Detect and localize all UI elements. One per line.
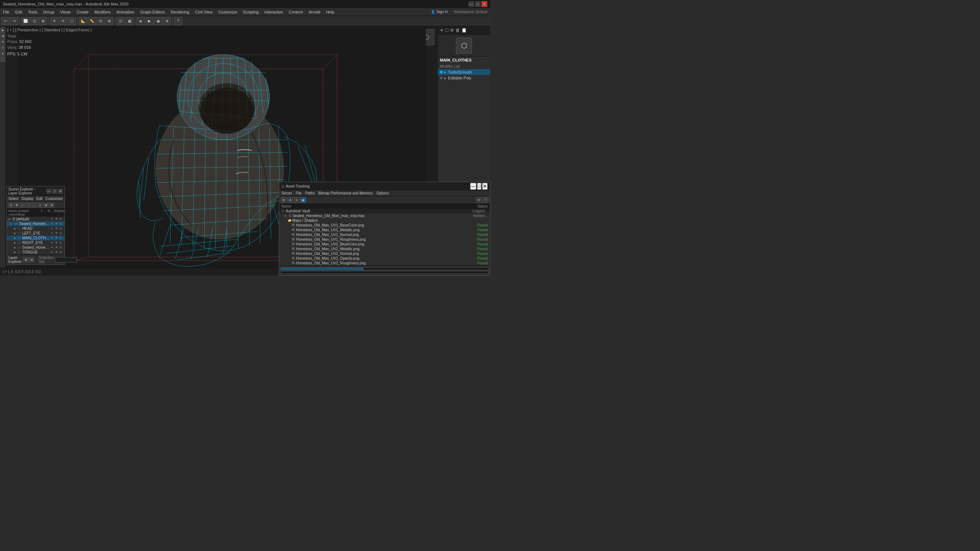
at-tb-3[interactable]: ≡ [294, 197, 299, 203]
layer-manager-button[interactable]: ⊡ [117, 17, 125, 25]
move-button[interactable]: ✛ [50, 17, 58, 25]
at-minimize-button[interactable]: — [470, 183, 476, 190]
se-row-main[interactable]: ▸ ⊡ Seated_Homeless_Old_Man ✦ 👁 ⊡ [7, 221, 65, 226]
select-window-button[interactable]: ⊞ [39, 17, 47, 25]
left-tool-2[interactable]: ◀ [0, 33, 5, 39]
se-minimize-button[interactable]: — [46, 189, 51, 194]
snap-angle-button[interactable]: 📏 [88, 17, 96, 25]
modifier-turbosmooth[interactable]: ▶ TurboSmooth [438, 69, 490, 75]
menu-customize[interactable]: Customize [215, 9, 240, 15]
menu-rendering[interactable]: Rendering [168, 9, 192, 15]
at-tb-refresh[interactable]: ⟳ [476, 197, 482, 203]
minimize-button[interactable]: — [468, 1, 474, 7]
modifier-list-label[interactable]: Modifier List [438, 64, 490, 69]
rp-icon-4[interactable]: 🗑 [455, 28, 460, 33]
left-tool-5[interactable]: ◈ [0, 51, 5, 56]
at-row-tex2[interactable]: 🖼 Homeless_Old_Man_UV1_Metallic.png Foun… [279, 228, 490, 232]
se-menu-select[interactable]: Select [8, 197, 19, 201]
at-menu-file[interactable]: File [296, 191, 301, 195]
redo-button[interactable]: ↪ [10, 17, 18, 25]
se-tb-grid[interactable]: ⊞ [43, 202, 48, 208]
at-row-tex9[interactable]: 🖼 Homeless_Old_Man_UV2_Roughness.png Fou… [279, 261, 490, 265]
rp-icon-2[interactable]: ⬡ [445, 28, 449, 33]
ribbon-button[interactable]: ▦ [126, 17, 134, 25]
at-menu-server[interactable]: Server [282, 191, 292, 195]
menu-arnold[interactable]: Arnold [306, 9, 323, 15]
se-menu-display[interactable]: Display [22, 197, 33, 201]
menu-file[interactable]: File [0, 9, 13, 15]
at-row-tex1[interactable]: 🖼 Homeless_Old_Man_UV1_BaseColor.png Fou… [279, 223, 490, 228]
align-button[interactable]: ⊞ [105, 17, 113, 25]
mirror-button[interactable]: ⊟ [97, 17, 105, 25]
at-row-tex3[interactable]: 🖼 Homeless_Old_Man_UV1_Normal.png Found [279, 232, 490, 237]
rp-icon-1[interactable]: ✛ [440, 28, 444, 33]
se-menu-customize[interactable]: Customize [46, 197, 63, 201]
menu-content[interactable]: Content [286, 9, 306, 15]
at-tb-2[interactable]: ⊟ [287, 197, 293, 203]
se-tb-list[interactable]: ≡ [38, 202, 43, 208]
modifier-editable-poly[interactable]: ▶ Editable Poly [438, 75, 490, 81]
at-menu-paths[interactable]: Paths [305, 191, 315, 195]
at-tb-1[interactable]: ⊞ [281, 197, 286, 203]
se-footer-btn2[interactable]: ⊟ [29, 257, 34, 262]
se-row-seated[interactable]: ◈ ⬡ Seated_Homeless_Old_Man ✦ 👁 ⊡ [7, 245, 65, 250]
se-tb-options[interactable]: ⚙ [49, 202, 54, 208]
at-row-vault[interactable]: ⊡ Autodesk Vault Logged... [279, 209, 490, 213]
se-tb-close[interactable]: ✕ [8, 202, 13, 208]
at-row-maxfile[interactable]: ◈ S Seated_Homeless_Old_Man_max_vray.max… [279, 213, 490, 218]
at-row-tex4[interactable]: 🖼 Homeless_Old_Man_UV1_Roughness.png Fou… [279, 237, 490, 242]
menu-help[interactable]: Help [323, 9, 337, 15]
maximize-button[interactable]: □ [475, 1, 481, 7]
menu-interactive[interactable]: Interactive [262, 9, 286, 15]
menu-tools[interactable]: Tools [25, 9, 40, 15]
menu-civil-view[interactable]: Civil View [192, 9, 215, 15]
menu-graph-editors[interactable]: Graph Editors [137, 9, 168, 15]
rp-icon-3[interactable]: ⚙ [450, 28, 454, 33]
sign-in-label[interactable]: Sign In [437, 10, 448, 14]
quick-render-button[interactable]: ⊛ [163, 17, 171, 25]
menu-create[interactable]: Create [74, 9, 91, 15]
se-row-mainclothes[interactable]: ◈ ⬡ MAIN_CLOTHES ✦ 👁 ⊡ [7, 236, 65, 240]
menu-group[interactable]: Group [40, 9, 57, 15]
snap-button[interactable]: 📐 [79, 17, 87, 25]
left-tool-4[interactable]: ⊡ [0, 45, 5, 50]
at-tb-help[interactable]: ? [482, 197, 488, 203]
menu-scripting[interactable]: Scripting [240, 9, 262, 15]
se-maximize-button[interactable]: □ [52, 189, 57, 194]
at-row-tex8[interactable]: 🖼 Homeless_Old_Man_UV2_Opacity.png Found [279, 256, 490, 261]
se-menu-edit[interactable]: Edit [37, 197, 43, 201]
menu-edit[interactable]: Edit [13, 9, 25, 15]
at-menu-bitmap[interactable]: Bitmap Performance and Memory [318, 191, 373, 195]
at-row-tex5[interactable]: 🖼 Homeless_Old_Man_UV2_BaseColor.png Fou… [279, 242, 490, 246]
at-tb-4[interactable]: ▦ [300, 197, 306, 203]
render-button[interactable]: ▶ [145, 17, 153, 25]
at-menu-options[interactable]: Options [377, 191, 389, 195]
material-editor-button[interactable]: ◉ [154, 17, 162, 25]
se-row-tongue[interactable]: ◈ ⬡ TONGUE ✦ 👁 ⊡ [7, 250, 65, 254]
at-row-tex7[interactable]: 🖼 Homeless_Old_Man_UV2_Normal.png Found [279, 251, 490, 256]
left-tool-6[interactable]: ⬛ [0, 57, 5, 62]
at-row-tex6[interactable]: 🖼 Homeless_Old_Man_UV2_Metallic.png Foun… [279, 246, 490, 251]
undo-button[interactable]: ↩ [2, 17, 10, 25]
close-button[interactable]: ✕ [481, 1, 487, 7]
se-row-layer0[interactable]: ◈ 0 (default) ✦ 👁 ⊡ [7, 217, 65, 221]
nav-cube-rp[interactable]: ⬡ [456, 38, 472, 54]
render-setup-button[interactable]: ◈ [137, 17, 145, 25]
se-tb-up[interactable]: ↑ [26, 202, 31, 208]
select-region-button[interactable]: ◫ [30, 17, 38, 25]
se-row-righteye[interactable]: ◈ ⬡ RIGHT_EYE ✦ 👁 ⊡ [7, 240, 65, 245]
se-row-lefteye[interactable]: ◈ ⬡ LEFT_EYE ✦ 👁 ⊡ [7, 231, 65, 236]
se-tb-add[interactable]: + [20, 202, 25, 208]
at-row-mapsfolder[interactable]: 📁 Maps / Shaders [279, 218, 490, 223]
se-row-head[interactable]: ◈ ⬡ HEAD ✦ 👁 ⊡ [7, 226, 65, 231]
left-tool-3[interactable]: ⊕ [0, 39, 5, 44]
se-close-button[interactable]: ✕ [58, 189, 63, 194]
left-tool-1[interactable]: ▶ [0, 28, 5, 33]
menu-animation[interactable]: Animation [114, 9, 137, 15]
help-button[interactable]: ? [174, 17, 182, 25]
rp-icon-5[interactable]: 📋 [461, 28, 467, 33]
scale-button[interactable]: ⬡ [68, 17, 76, 25]
at-maximize-button[interactable]: □ [477, 183, 481, 190]
select-button[interactable]: ⬜ [22, 17, 30, 25]
se-tb-filter[interactable]: ▼ [14, 202, 19, 208]
